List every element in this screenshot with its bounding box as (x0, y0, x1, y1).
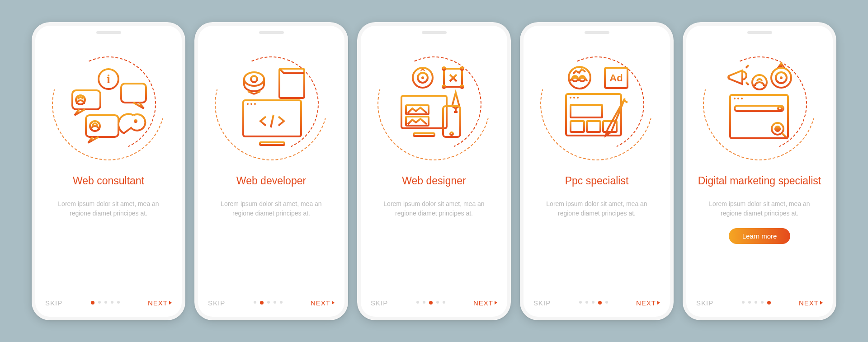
svg-point-80 (734, 98, 736, 99)
arrow-right-icon (657, 301, 660, 305)
svg-rect-69 (587, 121, 600, 132)
nav-row: SKIP NEXT (208, 299, 335, 307)
nav-row: SKIP NEXT (45, 299, 172, 307)
page-dot[interactable] (605, 301, 608, 304)
illustration-marketing (703, 47, 816, 160)
arrow-right-icon (820, 301, 823, 305)
page-dot[interactable] (436, 301, 439, 304)
illustration-developer (215, 47, 328, 160)
svg-text:i: i (107, 72, 110, 86)
page-dot[interactable] (117, 301, 120, 304)
page-dot[interactable] (767, 301, 771, 305)
phone-mockup-0: i Web consultant Lorem ipsum dolor sit a… (32, 22, 185, 320)
screen: i Web consultant Lorem ipsum dolor sit a… (35, 26, 182, 317)
page-dot[interactable] (423, 301, 425, 304)
nav-row: SKIP NEXT (371, 299, 497, 307)
page-dot[interactable] (260, 301, 264, 305)
svg-point-76 (780, 76, 783, 79)
phone-speaker (422, 31, 447, 34)
svg-point-25 (247, 103, 249, 105)
page-dot[interactable] (579, 301, 582, 304)
page-dot[interactable] (98, 301, 101, 304)
svg-point-34 (421, 76, 424, 79)
page-dot[interactable] (592, 301, 594, 304)
svg-line-71 (746, 65, 749, 68)
page-dot[interactable] (91, 301, 94, 305)
phone-mockup-3: Ad Ppc specialist Lorem ipsum dolor sit … (520, 22, 674, 320)
svg-point-8 (134, 119, 137, 123)
screen-description: Lorem ipsum dolor sit amet, mea an regio… (701, 199, 818, 218)
screen-title: Web designer (402, 169, 466, 194)
svg-point-26 (250, 103, 252, 105)
nav-row: SKIP NEXT (696, 299, 823, 307)
phone-speaker (259, 31, 284, 34)
svg-rect-83 (735, 106, 783, 111)
page-dot[interactable] (598, 301, 602, 305)
svg-text:Ad: Ad (609, 72, 623, 84)
svg-rect-47 (414, 133, 434, 136)
page-dot[interactable] (755, 301, 757, 304)
page-dot[interactable] (280, 301, 283, 304)
page-dot[interactable] (429, 301, 433, 305)
arrow-right-icon (495, 301, 497, 305)
illustration-ppc: Ad (540, 47, 653, 160)
screen: Ad Ppc specialist Lorem ipsum dolor sit … (524, 26, 670, 317)
screen-description: Lorem ipsum dolor sit amet, mea an regio… (212, 199, 330, 218)
next-button[interactable]: NEXT (473, 299, 497, 307)
skip-button[interactable]: SKIP (696, 299, 713, 307)
page-dot[interactable] (748, 301, 751, 304)
svg-point-63 (577, 97, 579, 98)
nav-row: SKIP NEXT (533, 299, 660, 307)
phone-speaker (747, 31, 772, 34)
page-dot[interactable] (104, 301, 107, 304)
arrow-right-icon (332, 301, 335, 305)
skip-button[interactable]: SKIP (533, 299, 551, 307)
illustration-consultant: i (52, 47, 165, 160)
svg-point-62 (573, 97, 575, 98)
phone-mockup-1: Web developer Lorem ipsum dolor sit amet… (194, 22, 348, 320)
screen-description: Lorem ipsum dolor sit amet, mea an regio… (538, 199, 656, 218)
page-dots (742, 301, 771, 305)
next-button[interactable]: NEXT (148, 299, 172, 307)
page-dot[interactable] (274, 301, 276, 304)
page-dot[interactable] (585, 301, 588, 304)
skip-button[interactable]: SKIP (371, 299, 388, 307)
screen-title: Web developer (236, 169, 306, 194)
page-dots (91, 301, 120, 305)
page-dot[interactable] (111, 301, 113, 304)
illustration-designer (377, 47, 491, 160)
next-button[interactable]: NEXT (636, 299, 660, 307)
svg-point-84 (778, 107, 782, 110)
page-dot[interactable] (761, 301, 764, 304)
skip-button[interactable]: SKIP (208, 299, 225, 307)
page-dot[interactable] (443, 301, 445, 304)
skip-button[interactable]: SKIP (45, 299, 62, 307)
page-dot[interactable] (742, 301, 745, 304)
page-dots (416, 301, 445, 305)
svg-point-81 (737, 98, 739, 99)
screen-title: Web consultant (73, 169, 144, 194)
phone-speaker (585, 31, 609, 34)
svg-point-50 (450, 132, 453, 135)
phone-speaker (96, 31, 121, 34)
svg-point-27 (254, 103, 256, 105)
screen-title: Ppc specialist (565, 169, 629, 194)
phone-mockup-2: Web designer Lorem ipsum dolor sit amet,… (357, 22, 511, 320)
svg-rect-68 (571, 121, 584, 132)
svg-line-73 (746, 82, 749, 85)
svg-point-14 (251, 76, 257, 82)
screen-description: Lorem ipsum dolor sit amet, mea an regio… (375, 199, 493, 218)
page-dot[interactable] (254, 301, 256, 304)
screen: Digital marketing specialist Lorem ipsum… (686, 26, 833, 317)
page-dot[interactable] (416, 301, 419, 304)
arrow-right-icon (169, 301, 172, 305)
page-dots (254, 301, 283, 305)
page-dot[interactable] (267, 301, 270, 304)
next-button[interactable]: NEXT (799, 299, 823, 307)
page-dots (579, 301, 608, 305)
learn-more-button[interactable]: Learn more (729, 228, 791, 244)
screen: Web developer Lorem ipsum dolor sit amet… (198, 26, 344, 317)
screen-title: Digital marketing specialist (698, 169, 821, 194)
next-button[interactable]: NEXT (311, 299, 335, 307)
svg-point-82 (741, 98, 743, 99)
